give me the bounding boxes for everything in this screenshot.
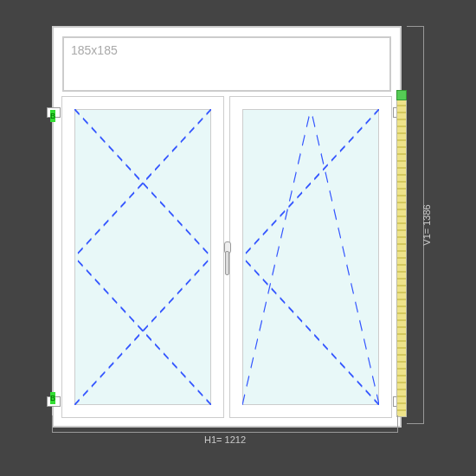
blind-rail-cap [396,90,407,100]
left-sash-opening-lines [74,109,211,405]
svg-line-2 [74,109,211,257]
sash-area [62,97,391,417]
left-sash [62,97,223,417]
svg-line-1 [74,257,211,405]
center-handle [223,241,230,276]
right-sash-opening-lines [242,109,379,405]
right-sash [230,97,391,417]
dimension-v-label: V1= 1386 [421,204,431,245]
hinge-marker-bl: B [50,392,55,404]
svg-line-4 [242,109,379,257]
svg-line-0 [74,109,211,257]
hinge-marker-tl: B [50,110,55,122]
dimension-horizontal: H1= 1212 [52,432,398,450]
window-drawing: 185x185 B B B B [52,26,402,428]
blind-rail [396,97,407,417]
svg-line-5 [242,257,379,405]
svg-line-7 [311,109,379,405]
top-panel-size-label: 185x185 [71,43,118,57]
svg-line-3 [74,257,211,405]
dimension-h-label: H1= 1212 [204,434,246,445]
svg-line-6 [242,109,311,405]
top-fixed-panel: 185x185 [62,36,391,92]
dimension-vertical: V1= 1386 [423,26,441,424]
